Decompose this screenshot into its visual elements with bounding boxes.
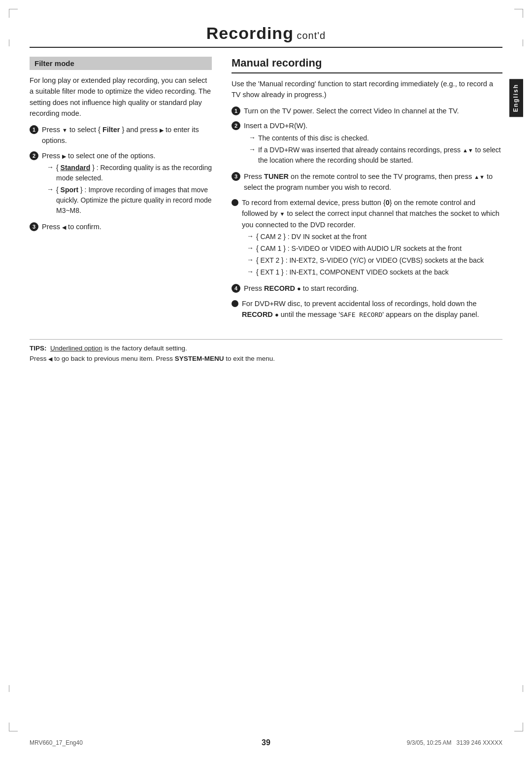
filter-step-1: 1 Press to select { Filter } and press t… <box>30 124 212 146</box>
step-1-text: Press to select { Filter } and press to … <box>42 124 212 146</box>
footer-model: MRV660_17_Eng40 <box>30 739 187 746</box>
ext-arrow-sym-2: → <box>247 244 254 252</box>
filter-arrow-2: → { Sport } : Improve recording of image… <box>47 185 212 216</box>
page-container: English Recording cont'd Filter mode For… <box>0 0 532 761</box>
filter-mode-heading: Filter mode <box>34 59 74 68</box>
side-left-bot <box>9 685 9 692</box>
ext-arrow-sym-4: → <box>247 268 254 276</box>
ext-arrow-1: → { CAM 2 } : DV IN socket at the front <box>247 232 502 242</box>
tips-underlined-option: Underlined option <box>50 345 102 352</box>
step-2-text: Press to select one of the options. <box>42 152 155 160</box>
bullet-dot-2 <box>232 300 238 307</box>
page-number: 39 <box>187 738 345 747</box>
manual-step-1-circle: 1 <box>232 106 240 115</box>
arrow-text-1: { Standard } : Recording quality is as t… <box>56 163 212 183</box>
step-2-circle: 2 <box>30 151 38 160</box>
page-title-contd: cont'd <box>294 30 326 41</box>
bullet-dot-1 <box>232 199 238 206</box>
footer-right: 9/3/05, 10:25 AM 3139 246 XXXXX <box>345 739 502 746</box>
manual-recording-title: Manual recording <box>232 57 502 73</box>
manual-step-2: 2 Insert a DVD+R(W). → The contents of t… <box>232 120 502 167</box>
manual-step-4-text: Press RECORD to start recording. <box>244 283 359 294</box>
arrow-text-2-1: The contents of this disc is checked. <box>258 133 369 143</box>
ext-arrow-sym-3: → <box>247 256 254 264</box>
ext-arrow-text-4: { EXT 1 } : IN-EXT1, COMPONENT VIDEO soc… <box>256 267 449 277</box>
sidebar-english-label: English <box>509 79 523 117</box>
tips-line2: Press to go back to previous menu item. … <box>30 354 502 364</box>
arrow-sym-1: → <box>47 163 54 171</box>
manual-rec-intro: Use the 'Manual recording' function to s… <box>232 78 502 101</box>
manual-bullet-safe: For DVD+RW disc, to prevent accidental l… <box>232 298 502 320</box>
ext-arrow-text-2: { CAM 1 } : S-VIDEO or VIDEO with AUDIO … <box>256 243 462 254</box>
filter-mode-intro: For long play or extended play recording… <box>30 75 212 119</box>
manual-bullet-ext-text: To record from external device, press bu… <box>242 199 499 229</box>
ext-arrow-text-3: { EXT 2 } : IN-EXT2, S-VIDEO (Y/C) or VI… <box>256 255 484 266</box>
arrow-text-2: { Sport } : Improve recording of images … <box>56 185 212 216</box>
corner-bl <box>9 723 18 731</box>
arrow-text-2-2: If a DVD+RW was inserted that already co… <box>258 145 502 166</box>
footer-date: 9/3/05, 10:25 AM <box>407 739 452 746</box>
step-1-circle: 1 <box>30 125 38 134</box>
page-header: Recording cont'd <box>0 15 532 43</box>
arrow-sym-2-1: → <box>249 134 256 141</box>
ext-arrow-2: → { CAM 1 } : S-VIDEO or VIDEO with AUDI… <box>247 243 502 254</box>
side-right-bot <box>523 685 523 692</box>
left-column: Filter mode For long play or extended pl… <box>30 57 212 324</box>
filter-arrow-1: → { Standard } : Recording quality is as… <box>47 163 212 183</box>
tips-label: TIPS: <box>30 345 47 352</box>
tips-text-2: Press to go back to previous menu item. … <box>30 355 275 362</box>
manual-step-2-text: Insert a DVD+R(W). <box>244 122 307 130</box>
manual-bullet-safe-text: For DVD+RW disc, to prevent accidental l… <box>242 298 502 320</box>
corner-br <box>514 723 523 731</box>
manual-step-3-text: Press TUNER on the remote control to see… <box>244 171 502 193</box>
tips-line1: TIPS: Underlined option is the factory d… <box>30 344 502 354</box>
manual-step-3-circle: 3 <box>232 172 240 181</box>
manual-step-1-text: Turn on the TV power. Select the correct… <box>244 105 459 116</box>
filter-step-2: 2 Press to select one of the options. → … <box>30 150 212 217</box>
ext-arrow-sym-1: → <box>247 232 254 240</box>
filter-step-3: 3 Press to confirm. <box>30 221 212 232</box>
manual-step-3: 3 Press TUNER on the remote control to s… <box>232 171 502 193</box>
ext-arrow-text-1: { CAM 2 } : DV IN socket at the front <box>256 232 366 242</box>
manual-arrow-2-2: → If a DVD+RW was inserted that already … <box>249 145 502 166</box>
main-content: Filter mode For long play or extended pl… <box>0 48 532 324</box>
page-title-main: Recording <box>206 24 294 42</box>
manual-step-1: 1 Turn on the TV power. Select the corre… <box>232 105 502 116</box>
page-footer: MRV660_17_Eng40 39 9/3/05, 10:25 AM 3139… <box>0 738 532 747</box>
ext-arrow-3: → { EXT 2 } : IN-EXT2, S-VIDEO (Y/C) or … <box>247 255 502 266</box>
tips-section: TIPS: Underlined option is the factory d… <box>30 339 502 368</box>
manual-step-2-circle: 2 <box>232 121 240 130</box>
arrow-sym-2-2: → <box>249 145 256 153</box>
tips-text-1: is the factory default setting. <box>104 345 187 352</box>
arrow-sym-2: → <box>47 185 54 193</box>
step-3-text: Press to confirm. <box>42 221 101 232</box>
footer-code: 3139 246 XXXXX <box>457 739 502 746</box>
step-3-circle: 3 <box>30 222 38 231</box>
manual-step-4: 4 Press RECORD to start recording. <box>232 283 502 294</box>
page-title: Recording cont'd <box>206 24 326 43</box>
manual-bullet-ext: To record from external device, press bu… <box>232 197 502 279</box>
manual-arrow-2-1: → The contents of this disc is checked. <box>249 133 502 143</box>
manual-step-4-circle: 4 <box>232 284 240 293</box>
filter-mode-box: Filter mode <box>30 57 212 70</box>
ext-arrow-4: → { EXT 1 } : IN-EXT1, COMPONENT VIDEO s… <box>247 267 502 277</box>
right-column: Manual recording Use the 'Manual recordi… <box>232 57 502 324</box>
